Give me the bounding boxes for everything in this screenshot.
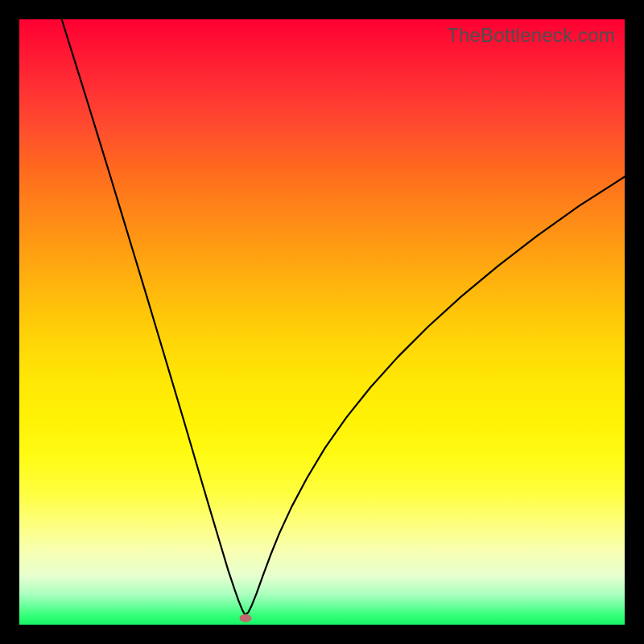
bottleneck-curve	[62, 19, 625, 615]
curve-svg	[19, 19, 625, 625]
plot-area: TheBottleneck.com	[19, 19, 625, 625]
watermark-text: TheBottleneck.com	[447, 24, 615, 47]
min-point-marker	[240, 614, 252, 622]
chart-container: TheBottleneck.com	[0, 0, 644, 644]
